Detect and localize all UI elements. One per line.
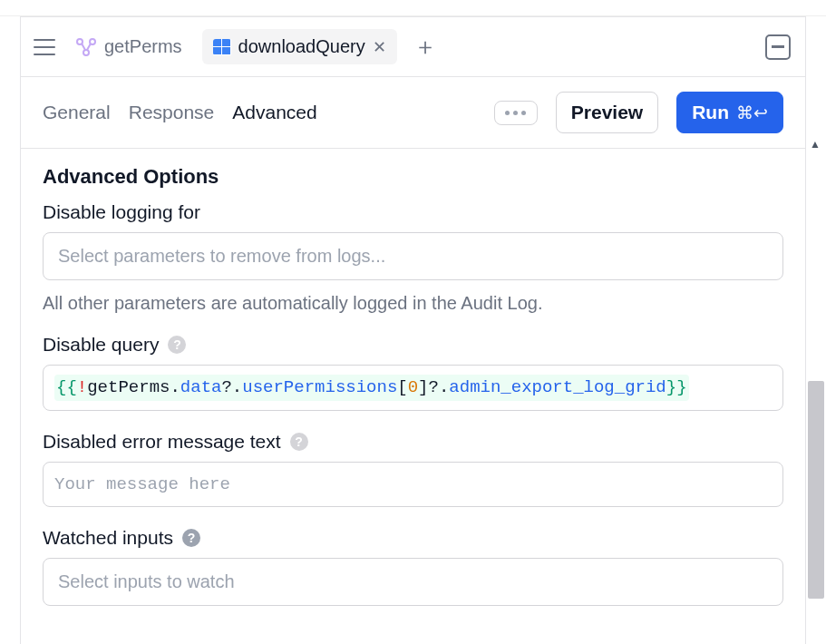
help-icon[interactable]: ? — [168, 336, 186, 354]
subtab-response[interactable]: Response — [129, 102, 215, 123]
disabled-error-label: Disabled error message text — [43, 431, 281, 453]
graph-icon — [75, 37, 97, 57]
svg-point-2 — [83, 50, 89, 55]
svg-line-3 — [82, 44, 85, 50]
disable-query-label: Disable query — [43, 334, 159, 356]
scroll-up-arrow-icon[interactable]: ▲ — [810, 138, 821, 151]
tab-getperms[interactable]: getPerms — [64, 29, 193, 64]
section-title: Advanced Options — [43, 165, 783, 189]
run-button[interactable]: Run ⌘↩ — [676, 92, 783, 133]
help-icon[interactable]: ? — [182, 529, 200, 547]
code-token: userPermissions — [242, 377, 397, 397]
subtab-advanced[interactable]: Advanced — [232, 102, 316, 123]
table-icon — [213, 39, 231, 55]
code-token: . — [232, 377, 242, 397]
svg-line-4 — [87, 44, 91, 50]
help-icon[interactable]: ? — [290, 433, 308, 451]
disabled-error-field: Disabled error message text ? — [43, 431, 783, 508]
query-tab-bar: getPerms downloadQuery ✕ ＋ — [21, 17, 805, 77]
tab-downloadquery[interactable]: downloadQuery ✕ — [202, 29, 397, 64]
code-token: admin_export_log_grid — [449, 377, 666, 397]
subtab-general[interactable]: General — [43, 102, 111, 123]
tab-label: downloadQuery — [238, 36, 365, 57]
code-token: ] — [418, 377, 428, 397]
close-icon[interactable]: ✕ — [373, 37, 386, 57]
code-token: getPerms — [87, 377, 170, 397]
add-tab-button[interactable]: ＋ — [406, 31, 444, 63]
query-action-bar: General Response Advanced Preview Run ⌘↩ — [21, 77, 805, 149]
more-options-button[interactable] — [494, 101, 538, 125]
watched-inputs-input[interactable] — [43, 558, 783, 606]
disable-logging-help: All other parameters are automatically l… — [43, 293, 783, 314]
code-token: }} — [666, 377, 687, 397]
disable-query-input[interactable]: {{!getPerms.data?.userPermissions[0]?.ad… — [43, 365, 783, 411]
collapse-panel-icon[interactable] — [765, 34, 791, 60]
scroll-thumb[interactable] — [808, 381, 824, 599]
preview-button[interactable]: Preview — [556, 92, 658, 133]
code-token: 0 — [408, 377, 418, 397]
tab-label: getPerms — [104, 36, 182, 57]
disable-logging-label: Disable logging for — [43, 201, 783, 223]
run-shortcut: ⌘↩ — [736, 102, 768, 123]
watched-inputs-field: Watched inputs ? — [43, 527, 783, 606]
code-token: . — [439, 377, 449, 397]
scrollbar[interactable]: ▲ — [806, 0, 824, 644]
ellipsis-icon — [505, 111, 526, 115]
code-token: ? — [221, 377, 231, 397]
query-editor-panel: getPerms downloadQuery ✕ ＋ General Respo… — [20, 16, 806, 644]
disabled-error-input[interactable] — [43, 462, 783, 508]
disable-logging-field: Disable logging for All other parameters… — [43, 201, 783, 314]
watched-inputs-label: Watched inputs — [43, 527, 173, 549]
code-token: ! — [77, 377, 87, 397]
code-token: ? — [429, 377, 439, 397]
code-token: {{ — [56, 377, 77, 397]
disable-logging-input[interactable] — [43, 232, 783, 280]
disable-query-field: Disable query ? {{!getPerms.data?.userPe… — [43, 334, 783, 411]
code-token: [ — [397, 377, 407, 397]
menu-icon[interactable] — [34, 39, 55, 55]
code-token: . — [170, 377, 180, 397]
preview-label: Preview — [571, 102, 643, 123]
run-label: Run — [692, 102, 729, 123]
code-token: data — [180, 377, 222, 397]
advanced-options-scroll: Advanced Options Disable logging for All… — [21, 149, 805, 644]
